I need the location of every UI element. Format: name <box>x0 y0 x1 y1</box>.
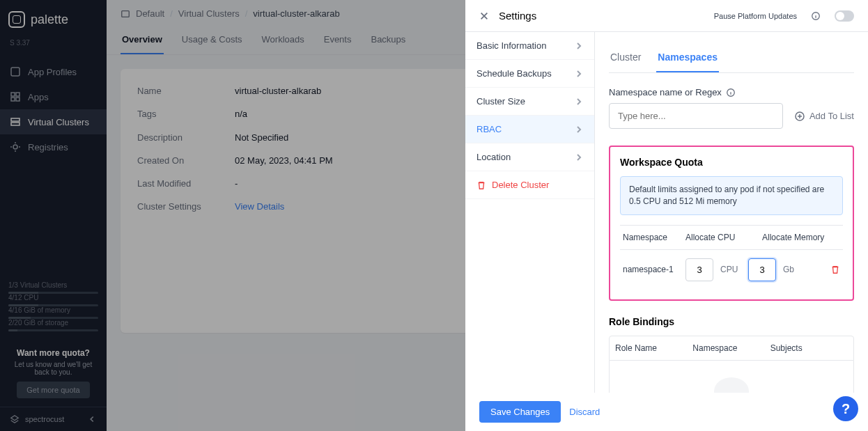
cpu-unit: CPU <box>720 265 741 274</box>
header-namespace: Namespace <box>623 233 685 242</box>
settings-item-label: Basic Information <box>476 40 546 51</box>
quota-info-banner: Default limits assigned to any pod if no… <box>620 176 843 215</box>
header-subjects: Subjects <box>770 343 848 353</box>
cpu-input[interactable] <box>685 258 713 281</box>
ctab-cluster[interactable]: Cluster <box>609 46 642 72</box>
save-changes-button[interactable]: Save Changes <box>479 401 561 423</box>
settings-location[interactable]: Location <box>465 143 594 171</box>
delete-label: Delete Cluster <box>492 180 549 190</box>
header-namespace: Namespace <box>692 343 770 353</box>
chevron-right-icon <box>575 97 583 106</box>
drawer-body: Basic Information Schedule Backups Clust… <box>465 32 868 393</box>
namespace-input-row: Add To List <box>609 103 854 129</box>
settings-content: Cluster Namespaces Namespace name or Reg… <box>595 32 868 393</box>
trash-icon <box>476 180 486 190</box>
chevron-right-icon <box>575 42 583 50</box>
add-list-label: Add To List <box>809 111 854 121</box>
drawer-title: Settings <box>499 10 704 22</box>
quota-title: Workspace Quota <box>620 157 843 168</box>
settings-item-label: Location <box>476 152 511 162</box>
ctab-namespaces[interactable]: Namespaces <box>656 46 719 72</box>
settings-item-label: Cluster Size <box>476 96 525 107</box>
drawer-header: Settings Pause Platform Updates <box>465 0 868 32</box>
chevron-right-icon <box>575 153 583 162</box>
namespace-name: namespace-1 <box>623 265 679 274</box>
settings-cluster-size[interactable]: Cluster Size <box>465 88 594 116</box>
settings-drawer: Settings Pause Platform Updates Basic In… <box>465 0 868 431</box>
add-to-list-button[interactable]: Add To List <box>794 111 854 122</box>
header-memory: Allocate Memory <box>762 233 839 242</box>
pause-toggle[interactable] <box>835 10 854 22</box>
quota-table-header: Namespace Allocate CPU Allocate Memory <box>620 225 843 250</box>
settings-basic-info[interactable]: Basic Information <box>465 32 594 60</box>
delete-row-icon[interactable] <box>830 265 840 274</box>
plus-circle-icon <box>794 111 805 122</box>
info-icon[interactable] <box>726 88 736 97</box>
header-cpu: Allocate CPU <box>685 233 762 242</box>
memory-input[interactable] <box>748 258 776 281</box>
settings-item-label: Schedule Backups <box>476 68 552 79</box>
namespace-field-label: Namespace name or Regex <box>609 87 854 97</box>
workspace-quota-box: Workspace Quota Default limits assigned … <box>609 146 854 301</box>
chevron-right-icon <box>575 70 583 78</box>
pause-label: Pause Platform Updates <box>714 12 797 20</box>
settings-backups[interactable]: Schedule Backups <box>465 60 594 88</box>
discard-button[interactable]: Discard <box>569 407 600 417</box>
delete-cluster-button[interactable]: Delete Cluster <box>465 171 594 199</box>
settings-item-label: RBAC <box>476 124 502 134</box>
bindings-title: Role Bindings <box>609 316 854 327</box>
settings-rbac[interactable]: RBAC <box>465 116 594 143</box>
help-button[interactable]: ? <box>833 396 858 421</box>
quota-row: namespace-1 CPU Gb <box>620 250 843 290</box>
info-icon[interactable] <box>811 11 821 21</box>
chevron-right-icon <box>575 125 583 134</box>
header-role-name: Role Name <box>615 343 692 353</box>
bindings-empty-state <box>609 361 854 393</box>
memory-unit: Gb <box>783 265 804 274</box>
content-tabs: Cluster Namespaces <box>609 46 854 73</box>
namespace-input[interactable] <box>609 103 783 129</box>
bindings-header: Role Name Namespace Subjects <box>609 336 854 361</box>
drawer-footer: Save Changes Discard <box>465 393 868 431</box>
settings-nav: Basic Information Schedule Backups Clust… <box>465 32 595 393</box>
empty-illustration <box>714 377 749 393</box>
close-icon[interactable] <box>479 11 489 21</box>
